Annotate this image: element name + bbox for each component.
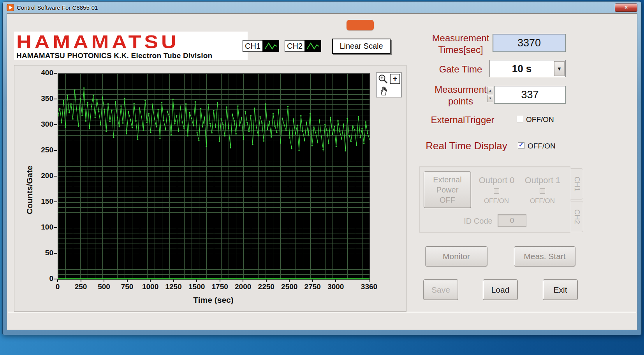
measurement-points-value[interactable]: 337 (494, 86, 566, 104)
y-tick-mark (54, 73, 57, 74)
x-tick-label: 3360 (355, 283, 383, 291)
y-tick-mark (54, 201, 57, 202)
check-icon: ✓ (519, 142, 524, 148)
zoom-toolbox: + (376, 72, 402, 97)
y-tick-label: 150 (36, 197, 53, 206)
pan-hand-icon[interactable] (378, 86, 389, 96)
measurement-times-value[interactable]: 3370 (493, 34, 566, 52)
x-tick-label: 3000 (322, 283, 349, 291)
monitor-button[interactable]: Monitor (425, 246, 487, 267)
real-time-display-label: Real Time Display (424, 140, 509, 152)
outport1-label: Outport 1 (520, 175, 565, 185)
x-tick-mark (81, 279, 81, 282)
y-tick-label: 0 (36, 274, 53, 283)
logo-box: HAMAMATSU HAMAMATSU PHOTONICS K.K. Elect… (14, 32, 248, 60)
close-button[interactable]: × (615, 4, 637, 12)
external-power-button: External Power OFF (424, 171, 471, 208)
y-tick-mark (54, 99, 57, 99)
measurement-points-spinner[interactable]: ▲ ▼ (487, 87, 493, 102)
x-tick-mark (127, 279, 128, 282)
ch2-waveform-icon[interactable] (305, 40, 321, 52)
id-code-label: ID Code (461, 217, 496, 226)
channel-controls: CH1 CH2 Linear Scale (243, 38, 391, 54)
y-tick-label: 350 (36, 94, 53, 103)
ch1-button[interactable]: CH1 (243, 40, 263, 52)
close-icon: × (625, 5, 628, 10)
outport0-offon-label: OFF/ON (477, 197, 516, 205)
chart-canvas[interactable] (58, 73, 370, 280)
linear-scale-button[interactable]: Linear Scale (332, 39, 391, 54)
real-time-display-checkbox[interactable]: ✓ (518, 142, 524, 149)
outport0-label: Outport 0 (474, 175, 519, 185)
external-trigger-label: ExternalTrigger (426, 114, 500, 126)
y-tick-mark (54, 253, 57, 254)
id-code-value: 0 (498, 214, 526, 227)
client-area: HAMAMATSU HAMAMATSU PHOTONICS K.K. Elect… (7, 13, 637, 330)
x-tick-mark (220, 279, 220, 282)
meas-start-button[interactable]: Meas. Start (514, 246, 575, 267)
ch1-waveform-icon[interactable] (263, 40, 279, 52)
tab-ch2[interactable]: CH2 (570, 201, 583, 232)
x-tick-mark (150, 279, 151, 282)
gate-time-value: 10 s (490, 60, 554, 77)
y-tick-mark (54, 279, 57, 279)
desktop: Control Software For C8855-01 × HAMAMATS… (0, 0, 644, 355)
x-tick-mark (243, 279, 243, 282)
measurement-times-label: Measurement Times[sec] (426, 32, 496, 56)
window-title: Control Software For C8855-01 (17, 4, 98, 11)
hamamatsu-logo: HAMAMATSU (16, 32, 268, 51)
zoom-plus-button[interactable]: + (390, 74, 400, 84)
outport1-offon-label: OFF/ON (523, 197, 562, 205)
zoom-in-icon[interactable] (378, 74, 389, 85)
x-tick-mark (104, 279, 104, 282)
external-trigger-offon-label: OFF/ON (526, 115, 554, 124)
spinner-down-icon[interactable]: ▼ (487, 95, 493, 102)
spinner-up-icon[interactable]: ▲ (487, 87, 493, 94)
x-tick-mark (312, 279, 313, 282)
control-panel: Measurement Times[sec] 3370 Gate Time 10… (416, 29, 603, 320)
output-control-group: External Power OFF Outport 0 Outport 1 O… (419, 166, 570, 233)
y-tick-label: 50 (36, 249, 53, 257)
load-button[interactable]: Load (483, 279, 518, 300)
y-tick-mark (54, 227, 57, 228)
tab-ch1[interactable]: CH1 (570, 168, 583, 200)
y-tick-label: 200 (36, 171, 53, 180)
x-tick-mark (289, 279, 290, 282)
gate-time-label: Gate Time (428, 64, 494, 75)
desktop-artifact (347, 20, 374, 30)
x-tick-mark (196, 279, 197, 282)
x-tick-mark (266, 279, 267, 282)
logo-subtitle: HAMAMATSU PHOTONICS K.K. Electron Tube D… (16, 51, 245, 60)
y-tick-label: 300 (36, 120, 53, 129)
chart-panel: Counts/Gate Time (sec) + (14, 65, 406, 312)
real-time-display-offon-label: OFF/ON (528, 142, 556, 150)
x-tick-mark (173, 279, 174, 282)
app-icon (7, 4, 14, 11)
panel-divider (8, 312, 636, 313)
ch2-button[interactable]: CH2 (285, 40, 305, 52)
y-tick-label: 400 (36, 69, 53, 77)
exit-button[interactable]: Exit (543, 279, 578, 300)
y-tick-mark (54, 150, 57, 151)
y-tick-mark (54, 176, 57, 177)
measurement-points-label: Measurment points (429, 84, 492, 107)
x-axis-title: Time (sec) (58, 295, 369, 305)
x-tick-mark (369, 279, 370, 282)
y-tick-label: 100 (36, 223, 53, 231)
x-tick-mark (335, 279, 336, 282)
dropdown-arrow-icon[interactable]: ▼ (554, 61, 565, 76)
outport0-checkbox (494, 188, 499, 194)
gate-time-select[interactable]: 10 s ▼ (489, 60, 566, 77)
y-axis-title: Counts/Gate (25, 132, 35, 249)
y-tick-mark (54, 124, 57, 125)
outport1-checkbox (540, 188, 545, 194)
x-tick-mark (57, 279, 58, 282)
titlebar[interactable]: Control Software For C8855-01 × (3, 2, 641, 13)
y-tick-label: 250 (36, 146, 53, 154)
external-trigger-checkbox[interactable] (517, 116, 523, 122)
app-window: Control Software For C8855-01 × HAMAMATS… (2, 1, 642, 335)
save-button: Save (423, 279, 458, 300)
